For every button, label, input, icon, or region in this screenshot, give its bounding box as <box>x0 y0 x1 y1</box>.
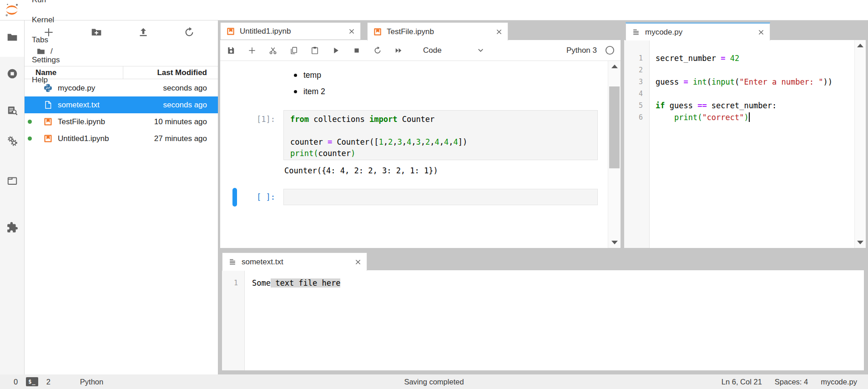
file-last-modified: seconds ago <box>163 84 218 93</box>
file-name: Untitled1.ipynb <box>58 134 109 143</box>
notebook-icon <box>43 134 53 143</box>
cut-cells-button[interactable] <box>268 46 278 55</box>
bullet-icon <box>294 90 297 93</box>
interrupt-kernel-button[interactable] <box>352 46 361 55</box>
editor-line-numbers: 1 <box>222 270 245 370</box>
scrollbar-up-arrow[interactable] <box>857 44 863 47</box>
file-name: sometext.txt <box>58 101 100 110</box>
notebook-scrollbar <box>608 61 621 248</box>
close-icon[interactable] <box>757 28 766 37</box>
paste-cells-button[interactable] <box>310 46 319 55</box>
tab-testfile-ipynb[interactable]: TestFile.ipynb <box>367 22 508 40</box>
menu-items: FileEditViewRunKernelTabsSettingsHelp <box>25 0 66 90</box>
code-cell-input[interactable]: from collections import Countercounter =… <box>283 110 598 160</box>
empty-cell-input[interactable] <box>283 189 598 205</box>
running-icon <box>6 68 18 80</box>
notebook-icon <box>373 27 382 36</box>
status-sessions[interactable]: 0 $_ 2 Python <box>0 377 103 387</box>
tab-label: Untitled1.ipynb <box>240 27 291 36</box>
tab-untitled1-ipynb[interactable]: Untitled1.ipynb <box>220 22 361 40</box>
puzzle-icon <box>6 222 18 233</box>
file-name: TestFile.ipynb <box>58 117 105 126</box>
file-row-TestFile-ipynb[interactable]: TestFile.ipynb10 minutes ago <box>25 113 218 130</box>
cursor-position[interactable]: Ln 6, Col 21 <box>722 378 762 386</box>
status-kernel-language[interactable]: Python <box>80 378 103 386</box>
tab-label: mycode.py <box>645 28 682 37</box>
kernel-indicator[interactable]: Python 3 <box>566 45 621 56</box>
copy-cells-button[interactable] <box>289 46 298 55</box>
scrollbar-down-arrow[interactable] <box>611 241 618 244</box>
tab-label: TestFile.ipynb <box>387 27 434 36</box>
scrollbar-down-arrow[interactable] <box>857 241 863 244</box>
cell-type-dropdown[interactable]: Code <box>423 46 485 55</box>
insert-cell-button[interactable] <box>247 46 257 55</box>
sidebar-file-browser-button[interactable] <box>0 31 24 43</box>
terminal-icon: $_ <box>26 377 38 386</box>
close-icon[interactable] <box>495 27 504 36</box>
code-line <box>656 64 854 76</box>
file-row-Untitled1-ipynb[interactable]: Untitled1.ipynb27 minutes ago <box>25 130 218 147</box>
line-number: 5 <box>624 100 649 111</box>
cell-output: Counter({4: 4, 2: 2, 3: 2, 1: 1}) <box>284 166 438 175</box>
terminal-count: 0 <box>14 378 18 386</box>
close-icon[interactable] <box>353 258 363 267</box>
active-file-name: mycode.py <box>821 378 857 386</box>
activity-sidebar <box>0 20 25 374</box>
sort-ascending-icon <box>110 70 116 76</box>
new-folder-button[interactable] <box>91 26 102 38</box>
scrollbar-up-arrow[interactable] <box>611 65 618 68</box>
empty-cell-prompt: [ ]: <box>220 192 275 203</box>
editor-sometext-txt[interactable]: 1 Some text file here <box>222 270 864 370</box>
file-row-sometext-txt[interactable]: sometext.txtseconds ago <box>25 96 218 113</box>
menu-tabs[interactable]: Tabs <box>25 30 66 50</box>
kernel-chip-icon <box>59 377 68 387</box>
menu-kernel[interactable]: Kernel <box>25 10 66 30</box>
editor-mycode-py[interactable]: 123456 secret_number = 42guess = int(inp… <box>624 40 866 248</box>
inspector-icon <box>6 105 18 116</box>
menu-settings[interactable]: Settings <box>25 50 66 70</box>
close-icon[interactable] <box>347 27 356 36</box>
editor-code-area[interactable]: secret_number = 42guess = int(input("Ent… <box>650 40 854 248</box>
upload-button[interactable] <box>137 26 149 38</box>
file-last-modified: 10 minutes ago <box>154 117 218 126</box>
gears-icon <box>6 135 18 147</box>
notebook-toolbar: Code Python 3 <box>220 40 621 61</box>
code-line <box>656 88 854 100</box>
status-bar: 0 $_ 2 Python Saving completed Ln 6, Col… <box>0 374 868 389</box>
restart-run-all-button[interactable] <box>394 46 403 55</box>
tab-sometext-txt[interactable]: sometext.txt <box>222 253 367 271</box>
kernel-status-icon[interactable] <box>605 45 615 56</box>
doc-lines-icon <box>228 258 237 267</box>
tab-mycode-py[interactable]: mycode.py <box>626 22 770 40</box>
menu-help[interactable]: Help <box>25 70 66 90</box>
sidebar-settings-button[interactable] <box>0 135 24 147</box>
refresh-button[interactable] <box>183 26 195 38</box>
sidebar-running-sessions-button[interactable] <box>0 68 24 80</box>
running-dot <box>28 136 32 141</box>
file-last-modified: seconds ago <box>163 101 218 110</box>
code-line: Some text file here <box>252 277 864 289</box>
code-line: guess = int(input("Enter a number: ")) <box>656 76 854 88</box>
menu-run[interactable]: Run <box>25 0 66 10</box>
status-right: Ln 6, Col 21 Spaces: 4 mycode.py <box>722 378 868 386</box>
editor-line-numbers: 123456 <box>624 40 650 248</box>
scrollbar-thumb[interactable] <box>609 86 620 168</box>
markdown-cell[interactable]: tempitem 2 <box>294 67 325 100</box>
doc-lines-icon <box>631 28 641 37</box>
sidebar-open-tabs-button[interactable] <box>0 175 24 187</box>
restart-kernel-button[interactable] <box>373 46 382 55</box>
code-line: secret_number = 42 <box>656 52 854 64</box>
sidebar-extensions-button[interactable] <box>0 222 24 233</box>
sidebar-property-inspector-button[interactable] <box>0 105 24 116</box>
run-cell-button[interactable] <box>331 46 340 55</box>
file-page-icon <box>43 100 53 110</box>
editor-code-area[interactable]: Some text file here <box>245 270 864 370</box>
column-header-last-modified[interactable]: Last Modified <box>123 66 218 79</box>
frame-icon <box>6 175 18 187</box>
markdown-list-item: item 2 <box>294 83 325 100</box>
cell-type-label: Code <box>423 46 442 55</box>
save-button[interactable] <box>227 46 236 55</box>
kernel-name: Python 3 <box>566 46 597 55</box>
indent-setting[interactable]: Spaces: 4 <box>775 378 808 386</box>
editor-scrollbar <box>854 40 866 248</box>
